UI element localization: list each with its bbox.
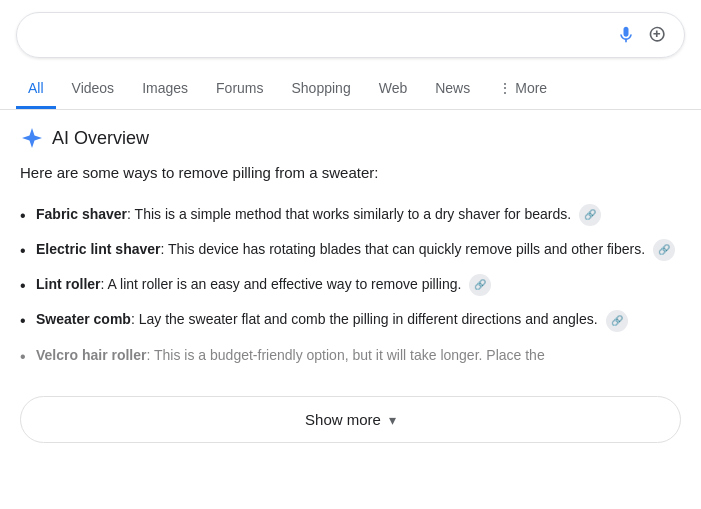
desc-4: : This is a budget-friendly option, but … [147, 347, 545, 363]
link-chip-2[interactable]: 🔗 [469, 274, 491, 296]
ai-overview-title: AI Overview [52, 128, 149, 149]
link-chip-1[interactable]: 🔗 [653, 239, 675, 261]
list-item: Lint roller: A lint roller is an easy an… [20, 269, 681, 300]
tab-news[interactable]: News [423, 70, 482, 109]
desc-3: : Lay the sweater flat and comb the pill… [131, 311, 598, 327]
show-more-label: Show more [305, 411, 381, 428]
term-2: Lint roller [36, 276, 101, 292]
desc-0: : This is a simple method that works sim… [127, 206, 571, 222]
tab-forums[interactable]: Forums [204, 70, 275, 109]
ai-intro-text: Here are some ways to remove pilling fro… [20, 162, 681, 185]
search-input[interactable]: how to remove sweater pilling [33, 26, 616, 44]
list-item: Sweater comb: Lay the sweater flat and c… [20, 304, 681, 335]
tab-all[interactable]: All [16, 70, 56, 109]
list-item: Electric lint shaver: This device has ro… [20, 234, 681, 265]
ai-overview-header: AI Overview [20, 126, 681, 150]
show-more-button[interactable]: Show more ▾ [20, 396, 681, 443]
ai-diamond-icon [20, 126, 44, 150]
list-item: Fabric shaver: This is a simple method t… [20, 199, 681, 230]
tabs-nav: All Videos Images Forums Shopping Web Ne… [0, 70, 701, 110]
term-4: Velcro hair roller [36, 347, 147, 363]
tab-web[interactable]: Web [367, 70, 420, 109]
more-dots-icon: ⋮ [498, 80, 512, 96]
link-chip-0[interactable]: 🔗 [579, 204, 601, 226]
desc-2: : A lint roller is an easy and effective… [101, 276, 462, 292]
list-item: Velcro hair roller: This is a budget-fri… [20, 340, 681, 370]
desc-1: : This device has rotating blades that c… [161, 241, 646, 257]
chevron-down-icon: ▾ [389, 412, 396, 428]
mic-icon[interactable] [616, 25, 636, 45]
link-chip-3[interactable]: 🔗 [606, 310, 628, 332]
term-3: Sweater comb [36, 311, 131, 327]
search-icons [616, 25, 668, 45]
tab-more[interactable]: ⋮ More [486, 70, 559, 109]
term-0: Fabric shaver [36, 206, 127, 222]
tab-videos[interactable]: Videos [60, 70, 127, 109]
ai-overview: AI Overview Here are some ways to remove… [0, 110, 701, 390]
lens-icon[interactable] [648, 25, 668, 45]
show-more-wrapper: Show more ▾ [0, 390, 701, 455]
search-bar: how to remove sweater pilling [16, 12, 685, 58]
search-bar-wrapper: how to remove sweater pilling [0, 0, 701, 70]
tab-images[interactable]: Images [130, 70, 200, 109]
term-1: Electric lint shaver [36, 241, 161, 257]
ai-list: Fabric shaver: This is a simple method t… [20, 199, 681, 371]
tab-shopping[interactable]: Shopping [280, 70, 363, 109]
